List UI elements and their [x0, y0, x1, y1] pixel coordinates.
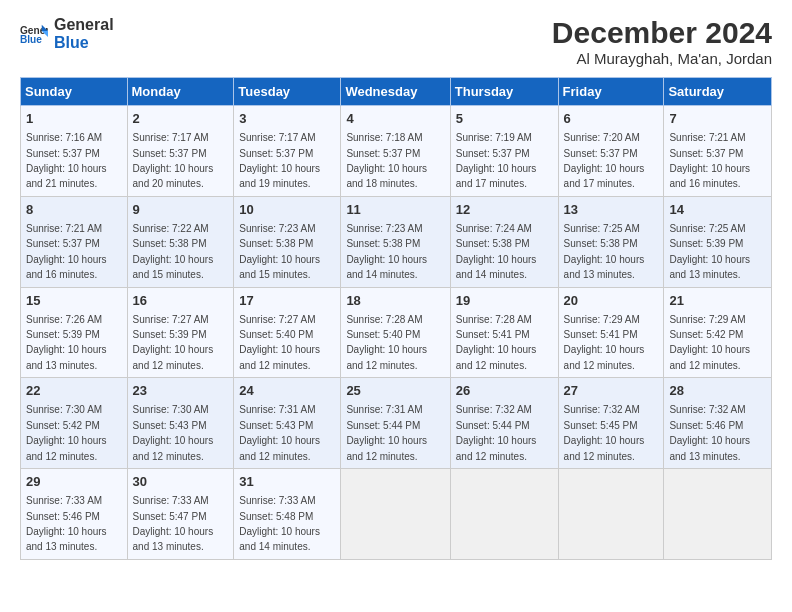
calendar-week-row: 8Sunrise: 7:21 AM Sunset: 5:37 PM Daylig… — [21, 196, 772, 287]
day-info: Sunrise: 7:23 AM Sunset: 5:38 PM Dayligh… — [346, 223, 427, 280]
day-number: 19 — [456, 292, 553, 310]
day-info: Sunrise: 7:29 AM Sunset: 5:41 PM Dayligh… — [564, 314, 645, 371]
column-header-monday: Monday — [127, 78, 234, 106]
day-info: Sunrise: 7:22 AM Sunset: 5:38 PM Dayligh… — [133, 223, 214, 280]
day-info: Sunrise: 7:29 AM Sunset: 5:42 PM Dayligh… — [669, 314, 750, 371]
day-info: Sunrise: 7:26 AM Sunset: 5:39 PM Dayligh… — [26, 314, 107, 371]
main-title: December 2024 — [552, 16, 772, 50]
calendar-day-23: 23Sunrise: 7:30 AM Sunset: 5:43 PM Dayli… — [127, 378, 234, 469]
calendar-week-row: 1Sunrise: 7:16 AM Sunset: 5:37 PM Daylig… — [21, 106, 772, 197]
day-info: Sunrise: 7:27 AM Sunset: 5:39 PM Dayligh… — [133, 314, 214, 371]
title-area: December 2024 Al Murayghah, Ma'an, Jorda… — [552, 16, 772, 67]
day-info: Sunrise: 7:30 AM Sunset: 5:42 PM Dayligh… — [26, 404, 107, 461]
day-info: Sunrise: 7:30 AM Sunset: 5:43 PM Dayligh… — [133, 404, 214, 461]
day-number: 23 — [133, 382, 229, 400]
logo-blue-text: Blue — [54, 34, 114, 52]
calendar-day-19: 19Sunrise: 7:28 AM Sunset: 5:41 PM Dayli… — [450, 287, 558, 378]
column-header-saturday: Saturday — [664, 78, 772, 106]
calendar-day-4: 4Sunrise: 7:18 AM Sunset: 5:37 PM Daylig… — [341, 106, 450, 197]
day-number: 4 — [346, 110, 444, 128]
day-number: 30 — [133, 473, 229, 491]
calendar-day-12: 12Sunrise: 7:24 AM Sunset: 5:38 PM Dayli… — [450, 196, 558, 287]
day-number: 27 — [564, 382, 659, 400]
day-number: 8 — [26, 201, 122, 219]
day-number: 7 — [669, 110, 766, 128]
day-info: Sunrise: 7:33 AM Sunset: 5:46 PM Dayligh… — [26, 495, 107, 552]
calendar-day-17: 17Sunrise: 7:27 AM Sunset: 5:40 PM Dayli… — [234, 287, 341, 378]
calendar-day-30: 30Sunrise: 7:33 AM Sunset: 5:47 PM Dayli… — [127, 469, 234, 560]
day-info: Sunrise: 7:16 AM Sunset: 5:37 PM Dayligh… — [26, 132, 107, 189]
day-info: Sunrise: 7:23 AM Sunset: 5:38 PM Dayligh… — [239, 223, 320, 280]
calendar-day-5: 5Sunrise: 7:19 AM Sunset: 5:37 PM Daylig… — [450, 106, 558, 197]
day-info: Sunrise: 7:21 AM Sunset: 5:37 PM Dayligh… — [26, 223, 107, 280]
day-number: 11 — [346, 201, 444, 219]
day-number: 14 — [669, 201, 766, 219]
subtitle: Al Murayghah, Ma'an, Jordan — [552, 50, 772, 67]
calendar-day-10: 10Sunrise: 7:23 AM Sunset: 5:38 PM Dayli… — [234, 196, 341, 287]
calendar-day-empty — [558, 469, 664, 560]
day-number: 12 — [456, 201, 553, 219]
day-number: 10 — [239, 201, 335, 219]
day-info: Sunrise: 7:21 AM Sunset: 5:37 PM Dayligh… — [669, 132, 750, 189]
column-header-tuesday: Tuesday — [234, 78, 341, 106]
calendar-day-15: 15Sunrise: 7:26 AM Sunset: 5:39 PM Dayli… — [21, 287, 128, 378]
calendar-day-26: 26Sunrise: 7:32 AM Sunset: 5:44 PM Dayli… — [450, 378, 558, 469]
generalblue-logo-icon: General Blue — [20, 23, 48, 45]
svg-text:Blue: Blue — [20, 34, 42, 45]
calendar-day-31: 31Sunrise: 7:33 AM Sunset: 5:48 PM Dayli… — [234, 469, 341, 560]
day-info: Sunrise: 7:32 AM Sunset: 5:45 PM Dayligh… — [564, 404, 645, 461]
calendar-day-14: 14Sunrise: 7:25 AM Sunset: 5:39 PM Dayli… — [664, 196, 772, 287]
day-info: Sunrise: 7:28 AM Sunset: 5:41 PM Dayligh… — [456, 314, 537, 371]
calendar-day-7: 7Sunrise: 7:21 AM Sunset: 5:37 PM Daylig… — [664, 106, 772, 197]
day-number: 31 — [239, 473, 335, 491]
day-info: Sunrise: 7:31 AM Sunset: 5:43 PM Dayligh… — [239, 404, 320, 461]
day-number: 18 — [346, 292, 444, 310]
day-info: Sunrise: 7:33 AM Sunset: 5:47 PM Dayligh… — [133, 495, 214, 552]
calendar-day-29: 29Sunrise: 7:33 AM Sunset: 5:46 PM Dayli… — [21, 469, 128, 560]
day-info: Sunrise: 7:32 AM Sunset: 5:46 PM Dayligh… — [669, 404, 750, 461]
day-number: 16 — [133, 292, 229, 310]
calendar-day-25: 25Sunrise: 7:31 AM Sunset: 5:44 PM Dayli… — [341, 378, 450, 469]
day-info: Sunrise: 7:24 AM Sunset: 5:38 PM Dayligh… — [456, 223, 537, 280]
column-header-friday: Friday — [558, 78, 664, 106]
day-number: 13 — [564, 201, 659, 219]
calendar-day-27: 27Sunrise: 7:32 AM Sunset: 5:45 PM Dayli… — [558, 378, 664, 469]
day-number: 20 — [564, 292, 659, 310]
calendar-day-11: 11Sunrise: 7:23 AM Sunset: 5:38 PM Dayli… — [341, 196, 450, 287]
calendar-day-22: 22Sunrise: 7:30 AM Sunset: 5:42 PM Dayli… — [21, 378, 128, 469]
day-number: 25 — [346, 382, 444, 400]
calendar-table: SundayMondayTuesdayWednesdayThursdayFrid… — [20, 77, 772, 560]
day-number: 28 — [669, 382, 766, 400]
calendar-day-6: 6Sunrise: 7:20 AM Sunset: 5:37 PM Daylig… — [558, 106, 664, 197]
day-info: Sunrise: 7:31 AM Sunset: 5:44 PM Dayligh… — [346, 404, 427, 461]
column-header-thursday: Thursday — [450, 78, 558, 106]
day-number: 1 — [26, 110, 122, 128]
calendar-day-1: 1Sunrise: 7:16 AM Sunset: 5:37 PM Daylig… — [21, 106, 128, 197]
calendar-day-16: 16Sunrise: 7:27 AM Sunset: 5:39 PM Dayli… — [127, 287, 234, 378]
day-number: 9 — [133, 201, 229, 219]
calendar-day-13: 13Sunrise: 7:25 AM Sunset: 5:38 PM Dayli… — [558, 196, 664, 287]
logo: General Blue General Blue — [20, 16, 114, 51]
day-number: 26 — [456, 382, 553, 400]
day-info: Sunrise: 7:28 AM Sunset: 5:40 PM Dayligh… — [346, 314, 427, 371]
calendar-day-18: 18Sunrise: 7:28 AM Sunset: 5:40 PM Dayli… — [341, 287, 450, 378]
day-info: Sunrise: 7:17 AM Sunset: 5:37 PM Dayligh… — [239, 132, 320, 189]
day-info: Sunrise: 7:20 AM Sunset: 5:37 PM Dayligh… — [564, 132, 645, 189]
day-number: 29 — [26, 473, 122, 491]
day-info: Sunrise: 7:25 AM Sunset: 5:38 PM Dayligh… — [564, 223, 645, 280]
day-number: 15 — [26, 292, 122, 310]
calendar-week-row: 29Sunrise: 7:33 AM Sunset: 5:46 PM Dayli… — [21, 469, 772, 560]
calendar-day-9: 9Sunrise: 7:22 AM Sunset: 5:38 PM Daylig… — [127, 196, 234, 287]
calendar-day-28: 28Sunrise: 7:32 AM Sunset: 5:46 PM Dayli… — [664, 378, 772, 469]
calendar-day-empty — [664, 469, 772, 560]
logo-general-text: General — [54, 16, 114, 34]
calendar-day-empty — [450, 469, 558, 560]
day-number: 17 — [239, 292, 335, 310]
calendar-week-row: 22Sunrise: 7:30 AM Sunset: 5:42 PM Dayli… — [21, 378, 772, 469]
calendar-week-row: 15Sunrise: 7:26 AM Sunset: 5:39 PM Dayli… — [21, 287, 772, 378]
day-info: Sunrise: 7:32 AM Sunset: 5:44 PM Dayligh… — [456, 404, 537, 461]
day-number: 2 — [133, 110, 229, 128]
day-info: Sunrise: 7:33 AM Sunset: 5:48 PM Dayligh… — [239, 495, 320, 552]
calendar-day-empty — [341, 469, 450, 560]
column-header-wednesday: Wednesday — [341, 78, 450, 106]
